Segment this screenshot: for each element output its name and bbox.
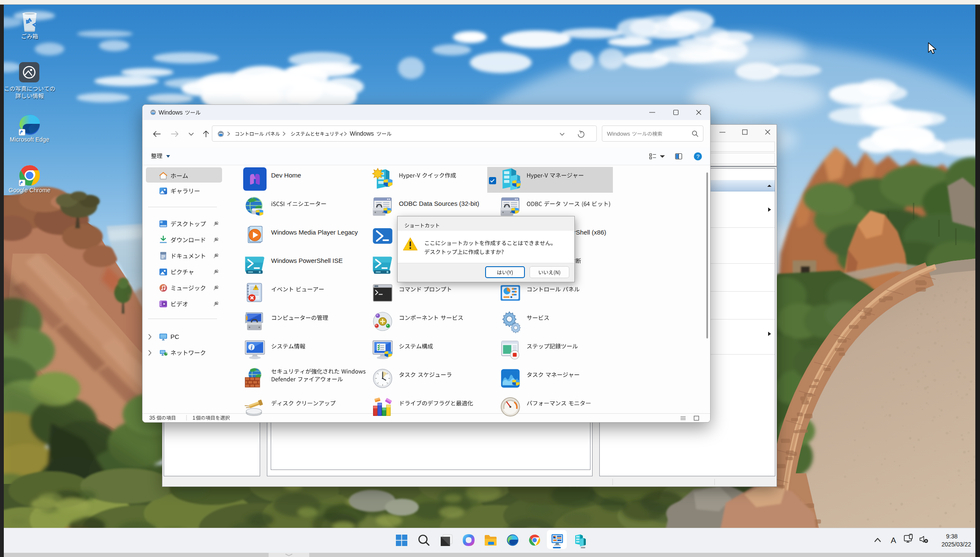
svg-text:PC: PC (170, 333, 179, 340)
svg-text:Windows PowerShell ISE: Windows PowerShell ISE (271, 257, 343, 264)
svg-text:Google Chrome: Google Chrome (9, 187, 51, 194)
svg-text:Dev Home: Dev Home (271, 172, 301, 179)
svg-text:9:38: 9:38 (946, 533, 958, 540)
svg-text:Windows: Windows (159, 109, 183, 116)
svg-text:Windows: Windows (607, 131, 630, 137)
svg-text:Windows: Windows (350, 130, 374, 137)
svg-text:Windows Media Player Legacy: Windows Media Player Legacy (271, 229, 358, 236)
svg-text:2025/03/22: 2025/03/22 (942, 541, 971, 548)
svg-text:Microsoft Edge: Microsoft Edge (10, 136, 49, 143)
svg-text:ODBC Data Sources (32-bit): ODBC Data Sources (32-bit) (399, 200, 479, 207)
svg-text:A: A (891, 536, 896, 545)
